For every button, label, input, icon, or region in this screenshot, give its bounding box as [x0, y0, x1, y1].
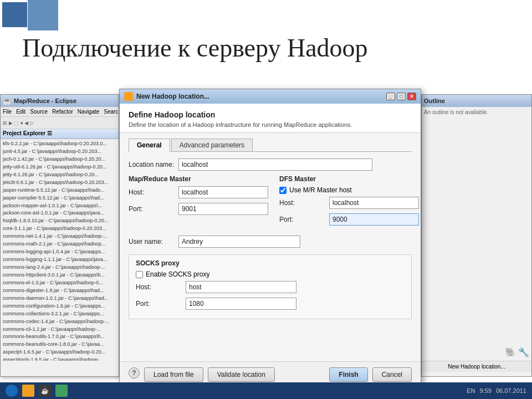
dfs-host-input[interactable] [329, 197, 419, 209]
taskbar-python-icon[interactable] [55, 385, 68, 397]
socks-host-row: Host: [136, 281, 405, 293]
tab-advanced[interactable]: Advanced parameters [171, 139, 253, 151]
socks-checkbox-label: Enable SOCKS proxy [146, 270, 209, 278]
taskbar-eclipse-icon[interactable]: ☕ [39, 385, 51, 397]
eclipse-title: Map/Reduce - Eclipse [14, 98, 76, 104]
dfs-host-row: Host: [279, 197, 419, 209]
project-explorer-list[interactable]: kfs-0.2.2.jar - C:\javaapps\hadoop-0.20.… [1, 139, 119, 361]
maximize-button[interactable]: □ [397, 93, 406, 100]
location-name-row: Location name: [129, 158, 412, 171]
outline-panel: Outline An outline is not available. 🐘 🔧… [421, 94, 532, 377]
mr-port-row: Port: [129, 203, 268, 215]
dialog-header: Define Hadoop location Define the locati… [120, 104, 421, 133]
socks-port-input[interactable] [186, 298, 296, 310]
mr-port-input[interactable] [178, 203, 268, 215]
locale-indicator: EN [467, 387, 475, 394]
taskbar-date: 06.07.2011 [496, 387, 526, 394]
list-item: kfs-0.2.2.jar - C:\javaapps\hadoop-0.20.… [3, 140, 116, 361]
outline-content: An outline is not available. [422, 107, 531, 117]
slide-background: Подключение к серверу Hadoop ☕ Map/Reduc… [0, 0, 532, 399]
slide-title: Подключение к серверу Hadoop [22, 33, 368, 63]
tab-bar[interactable]: General Advanced parameters [129, 139, 412, 152]
eclipse-toolbar: ⊞ ▶ ⬚ ● ◀ ▷ [1, 117, 119, 129]
finish-button[interactable]: Finish [329, 367, 367, 382]
dfs-port-label: Port: [279, 216, 329, 223]
mr-host-input[interactable] [178, 186, 268, 198]
dialog-title-label: New Hadoop location... [136, 93, 209, 100]
hadoop-dialog: New Hadoop location... _ □ ✕ Define Hado… [119, 89, 421, 388]
hadoop-icon [124, 92, 133, 101]
dialog-header-desc: Define the location of a Hadoop infrastr… [129, 121, 412, 128]
dfs-host-label: Host: [279, 199, 329, 207]
socks-enable-checkbox[interactable] [136, 271, 143, 278]
socks-section: SOCKS proxy Enable SOCKS proxy Host: Por… [129, 254, 412, 319]
location-name-input[interactable] [178, 158, 372, 171]
socks-checkbox-row: Enable SOCKS proxy [136, 270, 405, 278]
socks-host-label: Host: [136, 283, 186, 291]
eclipse-titlebar: ☕ Map/Reduce - Eclipse [1, 95, 119, 107]
footer-right: Finish Cancel [329, 367, 412, 382]
taskbar-ie-icon[interactable] [6, 385, 18, 397]
footer-left: ? Load from file Validate location [129, 367, 275, 382]
socks-port-label: Port: [136, 300, 186, 308]
taskbar: ☕ EN 9:59 06.07.2011 [0, 382, 532, 399]
socks-host-input[interactable] [186, 281, 296, 293]
mr-section-title: Map/Reduce Master [129, 175, 268, 183]
socks-port-row: Port: [136, 298, 405, 310]
taskbar-left: ☕ [6, 385, 68, 397]
bottom-panel-label[interactable]: New Hadoop location... [448, 364, 505, 370]
menu-source[interactable]: Source [30, 109, 48, 115]
eclipse-menu[interactable]: File Edit Source Refactor Navigate Searc… [1, 107, 119, 117]
minimize-button[interactable]: _ [386, 93, 395, 100]
location-name-label: Location name: [129, 161, 178, 168]
mapreduce-section: Map/Reduce Master Host: Port: [129, 175, 268, 230]
dialog-title-text: New Hadoop location... [124, 92, 209, 101]
validate-location-button[interactable]: Validate location [208, 367, 275, 382]
dfs-checkbox-row: Use M/R Master host [279, 186, 419, 194]
dialog-titlebar: New Hadoop location... _ □ ✕ [120, 89, 421, 104]
taskbar-folder-icon[interactable] [22, 385, 34, 397]
help-icon[interactable]: ? [129, 367, 140, 378]
eclipse-icon: ☕ [3, 97, 12, 105]
section-grid: Map/Reduce Master Host: Port: DFS Master [129, 175, 412, 230]
mr-host-row: Host: [129, 186, 268, 198]
dfs-port-input[interactable] [329, 213, 419, 226]
menu-edit[interactable]: Edit [16, 109, 25, 115]
menu-refactor[interactable]: Refactor [52, 109, 73, 115]
dfs-section: DFS Master Use M/R Master host Host: Por… [279, 175, 419, 230]
tab-general[interactable]: General [129, 139, 170, 152]
cancel-button[interactable]: Cancel [372, 367, 412, 382]
dialog-body: General Advanced parameters Location nam… [120, 133, 421, 325]
username-row: User name: [129, 236, 412, 248]
mr-port-label: Port: [129, 205, 178, 213]
socks-title: SOCKS proxy [136, 259, 405, 267]
dfs-checkbox-label: Use M/R Master host [289, 186, 352, 194]
username-input[interactable] [178, 236, 300, 248]
load-from-file-button[interactable]: Load from file [144, 367, 203, 382]
taskbar-time: 9:59 [480, 387, 492, 394]
menu-search[interactable]: Search [104, 109, 119, 115]
dialog-window-controls[interactable]: _ □ ✕ [386, 93, 416, 100]
mr-host-label: Host: [129, 188, 178, 196]
dfs-section-title: DFS Master [279, 175, 419, 183]
menu-navigate[interactable]: Navigate [78, 109, 99, 115]
eclipse-window: ☕ Map/Reduce - Eclipse File Edit Source … [0, 94, 119, 377]
dfs-port-row: Port: [279, 213, 419, 226]
username-label: User name: [129, 238, 178, 245]
menu-file[interactable]: File [3, 109, 12, 115]
dfs-use-mr-checkbox[interactable] [279, 187, 287, 194]
taskbar-right: EN 9:59 06.07.2011 [467, 387, 526, 394]
outline-title: Outline [424, 98, 445, 104]
dialog-header-title: Define Hadoop location [129, 110, 412, 119]
project-explorer-header: Project Explorer ☰ [1, 129, 119, 139]
close-button[interactable]: ✕ [407, 93, 416, 100]
decoration [0, 0, 61, 33]
outline-titlebar: Outline [422, 95, 531, 107]
